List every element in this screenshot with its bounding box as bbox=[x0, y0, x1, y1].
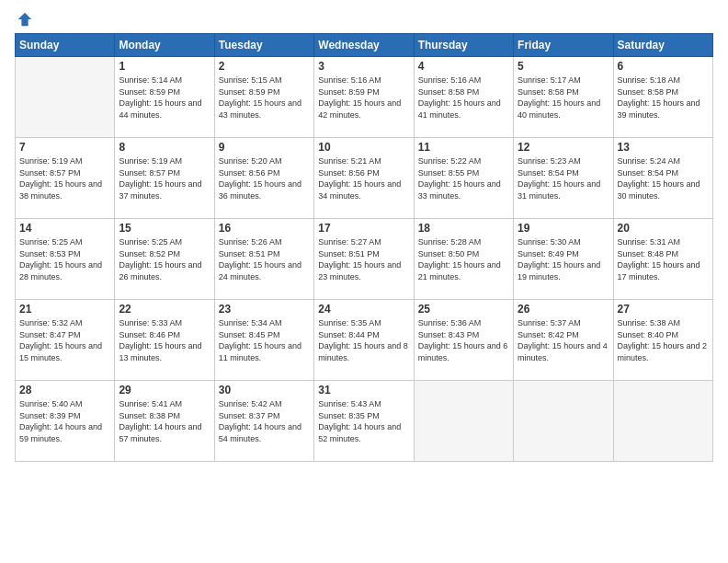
week-row-2: 7Sunrise: 5:19 AMSunset: 8:57 PMDaylight… bbox=[16, 138, 713, 219]
day-number: 7 bbox=[19, 141, 110, 154]
day-info: Sunrise: 5:20 AMSunset: 8:56 PMDaylight:… bbox=[219, 155, 310, 201]
day-cell: 25Sunrise: 5:36 AMSunset: 8:43 PMDayligh… bbox=[414, 300, 513, 381]
day-cell bbox=[414, 381, 513, 462]
day-info: Sunrise: 5:18 AMSunset: 8:58 PMDaylight:… bbox=[618, 75, 709, 121]
day-number: 10 bbox=[318, 141, 409, 154]
week-row-5: 28Sunrise: 5:40 AMSunset: 8:39 PMDayligh… bbox=[16, 381, 713, 462]
day-cell: 30Sunrise: 5:42 AMSunset: 8:37 PMDayligh… bbox=[214, 381, 313, 462]
day-info: Sunrise: 5:25 AMSunset: 8:53 PMDaylight:… bbox=[19, 236, 110, 282]
day-number: 19 bbox=[518, 222, 609, 235]
day-cell: 17Sunrise: 5:27 AMSunset: 8:51 PMDayligh… bbox=[314, 219, 414, 300]
day-number: 17 bbox=[318, 222, 409, 235]
weekday-header-friday: Friday bbox=[514, 34, 613, 57]
day-cell bbox=[613, 381, 712, 462]
day-info: Sunrise: 5:33 AMSunset: 8:46 PMDaylight:… bbox=[119, 317, 210, 363]
day-info: Sunrise: 5:42 AMSunset: 8:37 PMDaylight:… bbox=[219, 398, 310, 444]
day-number: 27 bbox=[618, 303, 709, 316]
day-info: Sunrise: 5:22 AMSunset: 8:55 PMDaylight:… bbox=[418, 155, 509, 201]
day-number: 13 bbox=[618, 141, 709, 154]
day-info: Sunrise: 5:24 AMSunset: 8:54 PMDaylight:… bbox=[618, 155, 709, 201]
day-cell: 1Sunrise: 5:14 AMSunset: 8:59 PMDaylight… bbox=[115, 57, 214, 138]
week-row-1: 1Sunrise: 5:14 AMSunset: 8:59 PMDaylight… bbox=[16, 57, 713, 138]
day-info: Sunrise: 5:27 AMSunset: 8:51 PMDaylight:… bbox=[318, 236, 409, 282]
day-cell: 8Sunrise: 5:19 AMSunset: 8:57 PMDaylight… bbox=[115, 138, 214, 219]
day-info: Sunrise: 5:25 AMSunset: 8:52 PMDaylight:… bbox=[119, 236, 210, 282]
day-number: 16 bbox=[219, 222, 310, 235]
day-number: 21 bbox=[19, 303, 110, 316]
weekday-row: SundayMondayTuesdayWednesdayThursdayFrid… bbox=[16, 34, 713, 57]
day-info: Sunrise: 5:37 AMSunset: 8:42 PMDaylight:… bbox=[518, 317, 609, 363]
weekday-header-thursday: Thursday bbox=[414, 34, 513, 57]
day-info: Sunrise: 5:38 AMSunset: 8:40 PMDaylight:… bbox=[618, 317, 709, 363]
day-info: Sunrise: 5:14 AMSunset: 8:59 PMDaylight:… bbox=[119, 75, 210, 121]
day-number: 31 bbox=[318, 384, 409, 396]
day-number: 18 bbox=[418, 222, 509, 235]
week-row-4: 21Sunrise: 5:32 AMSunset: 8:47 PMDayligh… bbox=[16, 300, 713, 381]
day-cell: 4Sunrise: 5:16 AMSunset: 8:58 PMDaylight… bbox=[414, 57, 513, 138]
day-number: 12 bbox=[518, 141, 609, 154]
day-cell: 18Sunrise: 5:28 AMSunset: 8:50 PMDayligh… bbox=[414, 219, 513, 300]
day-info: Sunrise: 5:41 AMSunset: 8:38 PMDaylight:… bbox=[119, 398, 210, 444]
day-info: Sunrise: 5:40 AMSunset: 8:39 PMDaylight:… bbox=[19, 398, 110, 444]
weekday-header-saturday: Saturday bbox=[613, 34, 712, 57]
day-number: 26 bbox=[518, 303, 609, 316]
day-number: 3 bbox=[318, 60, 409, 73]
day-info: Sunrise: 5:19 AMSunset: 8:57 PMDaylight:… bbox=[119, 155, 210, 201]
day-info: Sunrise: 5:16 AMSunset: 8:58 PMDaylight:… bbox=[418, 75, 509, 121]
calendar-header: SundayMondayTuesdayWednesdayThursdayFrid… bbox=[16, 34, 713, 57]
day-cell: 2Sunrise: 5:15 AMSunset: 8:59 PMDaylight… bbox=[214, 57, 313, 138]
day-cell: 13Sunrise: 5:24 AMSunset: 8:54 PMDayligh… bbox=[613, 138, 712, 219]
day-cell: 31Sunrise: 5:43 AMSunset: 8:35 PMDayligh… bbox=[314, 381, 414, 462]
day-cell: 5Sunrise: 5:17 AMSunset: 8:58 PMDaylight… bbox=[514, 57, 613, 138]
day-info: Sunrise: 5:17 AMSunset: 8:58 PMDaylight:… bbox=[518, 75, 609, 121]
day-cell bbox=[16, 57, 115, 138]
logo-icon bbox=[17, 11, 33, 28]
day-cell: 14Sunrise: 5:25 AMSunset: 8:53 PMDayligh… bbox=[16, 219, 115, 300]
day-number: 14 bbox=[19, 222, 110, 235]
day-cell: 22Sunrise: 5:33 AMSunset: 8:46 PMDayligh… bbox=[115, 300, 214, 381]
day-number: 2 bbox=[219, 60, 310, 73]
day-cell: 23Sunrise: 5:34 AMSunset: 8:45 PMDayligh… bbox=[214, 300, 313, 381]
day-number: 25 bbox=[418, 303, 509, 316]
day-number: 9 bbox=[219, 141, 310, 154]
day-info: Sunrise: 5:16 AMSunset: 8:59 PMDaylight:… bbox=[318, 75, 409, 121]
day-number: 30 bbox=[219, 384, 310, 396]
weekday-header-monday: Monday bbox=[115, 34, 214, 57]
day-cell: 6Sunrise: 5:18 AMSunset: 8:58 PMDaylight… bbox=[613, 57, 712, 138]
header bbox=[15, 11, 713, 28]
calendar: SundayMondayTuesdayWednesdayThursdayFrid… bbox=[15, 33, 713, 462]
day-info: Sunrise: 5:32 AMSunset: 8:47 PMDaylight:… bbox=[19, 317, 110, 363]
day-cell: 19Sunrise: 5:30 AMSunset: 8:49 PMDayligh… bbox=[514, 219, 613, 300]
weekday-header-wednesday: Wednesday bbox=[314, 34, 414, 57]
day-cell: 15Sunrise: 5:25 AMSunset: 8:52 PMDayligh… bbox=[115, 219, 214, 300]
day-cell: 12Sunrise: 5:23 AMSunset: 8:54 PMDayligh… bbox=[514, 138, 613, 219]
day-cell: 24Sunrise: 5:35 AMSunset: 8:44 PMDayligh… bbox=[314, 300, 414, 381]
day-cell: 26Sunrise: 5:37 AMSunset: 8:42 PMDayligh… bbox=[514, 300, 613, 381]
day-info: Sunrise: 5:31 AMSunset: 8:48 PMDaylight:… bbox=[618, 236, 709, 282]
weekday-header-tuesday: Tuesday bbox=[214, 34, 313, 57]
day-number: 4 bbox=[418, 60, 509, 73]
day-info: Sunrise: 5:28 AMSunset: 8:50 PMDaylight:… bbox=[418, 236, 509, 282]
day-cell: 7Sunrise: 5:19 AMSunset: 8:57 PMDaylight… bbox=[16, 138, 115, 219]
day-cell: 29Sunrise: 5:41 AMSunset: 8:38 PMDayligh… bbox=[115, 381, 214, 462]
day-number: 8 bbox=[119, 141, 210, 154]
day-number: 1 bbox=[119, 60, 210, 73]
day-info: Sunrise: 5:36 AMSunset: 8:43 PMDaylight:… bbox=[418, 317, 509, 363]
day-number: 5 bbox=[518, 60, 609, 73]
day-info: Sunrise: 5:30 AMSunset: 8:49 PMDaylight:… bbox=[518, 236, 609, 282]
day-info: Sunrise: 5:43 AMSunset: 8:35 PMDaylight:… bbox=[318, 398, 409, 444]
day-number: 29 bbox=[119, 384, 210, 396]
day-info: Sunrise: 5:34 AMSunset: 8:45 PMDaylight:… bbox=[219, 317, 310, 363]
day-info: Sunrise: 5:15 AMSunset: 8:59 PMDaylight:… bbox=[219, 75, 310, 121]
day-number: 24 bbox=[318, 303, 409, 316]
day-info: Sunrise: 5:23 AMSunset: 8:54 PMDaylight:… bbox=[518, 155, 609, 201]
day-cell: 3Sunrise: 5:16 AMSunset: 8:59 PMDaylight… bbox=[314, 57, 414, 138]
day-cell: 28Sunrise: 5:40 AMSunset: 8:39 PMDayligh… bbox=[16, 381, 115, 462]
day-info: Sunrise: 5:35 AMSunset: 8:44 PMDaylight:… bbox=[318, 317, 409, 363]
day-cell bbox=[514, 381, 613, 462]
day-number: 6 bbox=[618, 60, 709, 73]
day-info: Sunrise: 5:19 AMSunset: 8:57 PMDaylight:… bbox=[19, 155, 110, 201]
day-info: Sunrise: 5:26 AMSunset: 8:51 PMDaylight:… bbox=[219, 236, 310, 282]
calendar-body: 1Sunrise: 5:14 AMSunset: 8:59 PMDaylight… bbox=[16, 57, 713, 462]
day-number: 20 bbox=[618, 222, 709, 235]
